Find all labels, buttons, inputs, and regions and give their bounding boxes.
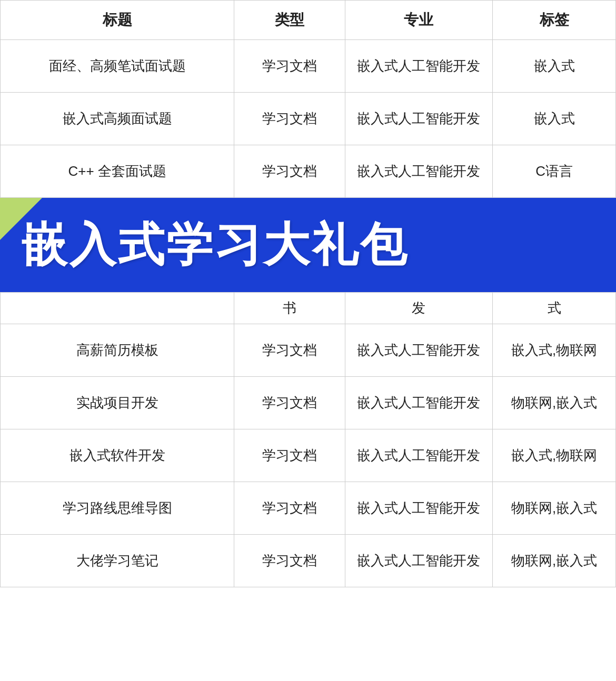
row-major: 嵌入式人工智能开发 bbox=[345, 145, 493, 198]
row-tag: 嵌入式 bbox=[493, 40, 616, 93]
row-major: 嵌入式人工智能开发 bbox=[345, 40, 493, 93]
row-major: 嵌入式人工智能开发 bbox=[345, 482, 493, 535]
row-tag: 嵌入式,物联网 bbox=[493, 429, 616, 482]
table-row: 面经、高频笔试面试题 学习文档 嵌入式人工智能开发 嵌入式 bbox=[1, 40, 616, 93]
row-major: 嵌入式人工智能开发 bbox=[345, 377, 493, 429]
partial-row: 书 发 式 bbox=[1, 293, 616, 324]
row-title: 高薪简历模板 bbox=[1, 324, 234, 377]
partial-col2: 书 bbox=[234, 293, 345, 324]
row-tag: C语言 bbox=[493, 145, 616, 198]
header-major: 专业 bbox=[345, 1, 493, 40]
table-row: 学习路线思维导图 学习文档 嵌入式人工智能开发 物联网,嵌入式 bbox=[1, 482, 616, 535]
row-type: 学习文档 bbox=[234, 535, 345, 587]
banner-text: 嵌入式学习大礼包 bbox=[21, 214, 409, 276]
row-type: 学习文档 bbox=[234, 429, 345, 482]
row-type: 学习文档 bbox=[234, 40, 345, 93]
content-table-below: 书 发 式 高薪简历模板 学习文档 嵌入式人工智能开发 嵌入式,物联网 实战项目… bbox=[0, 292, 616, 587]
row-tag: 物联网,嵌入式 bbox=[493, 482, 616, 535]
row-type: 学习文档 bbox=[234, 482, 345, 535]
header-tag: 标签 bbox=[493, 1, 616, 40]
row-major: 嵌入式人工智能开发 bbox=[345, 429, 493, 482]
row-type: 学习文档 bbox=[234, 93, 345, 145]
row-tag: 物联网,嵌入式 bbox=[493, 535, 616, 587]
row-title: 嵌入式高频面试题 bbox=[1, 93, 234, 145]
header-type: 类型 bbox=[234, 1, 345, 40]
table-row: 嵌入式高频面试题 学习文档 嵌入式人工智能开发 嵌入式 bbox=[1, 93, 616, 145]
partial-col3: 发 bbox=[345, 293, 493, 324]
header-title: 标题 bbox=[1, 1, 234, 40]
row-type: 学习文档 bbox=[234, 377, 345, 429]
row-tag: 嵌入式,物联网 bbox=[493, 324, 616, 377]
table-header-row: 标题 类型 专业 标签 bbox=[1, 1, 616, 40]
partial-col1 bbox=[1, 293, 234, 324]
row-major: 嵌入式人工智能开发 bbox=[345, 93, 493, 145]
banner: 嵌入式学习大礼包 bbox=[0, 198, 616, 292]
table-row: 高薪简历模板 学习文档 嵌入式人工智能开发 嵌入式,物联网 bbox=[1, 324, 616, 377]
row-major: 嵌入式人工智能开发 bbox=[345, 324, 493, 377]
row-title: 大佬学习笔记 bbox=[1, 535, 234, 587]
main-table-container: 标题 类型 专业 标签 面经、高频笔试面试题 学习文档 嵌入式人工智能开发 嵌入… bbox=[0, 0, 616, 587]
row-title: 学习路线思维导图 bbox=[1, 482, 234, 535]
row-tag: 嵌入式 bbox=[493, 93, 616, 145]
table-row: 实战项目开发 学习文档 嵌入式人工智能开发 物联网,嵌入式 bbox=[1, 377, 616, 429]
row-type: 学习文档 bbox=[234, 324, 345, 377]
partial-col4: 式 bbox=[493, 293, 616, 324]
row-title: C++ 全套面试题 bbox=[1, 145, 234, 198]
row-type: 学习文档 bbox=[234, 145, 345, 198]
table-row: C++ 全套面试题 学习文档 嵌入式人工智能开发 C语言 bbox=[1, 145, 616, 198]
row-title: 实战项目开发 bbox=[1, 377, 234, 429]
row-title: 嵌入式软件开发 bbox=[1, 429, 234, 482]
table-row: 大佬学习笔记 学习文档 嵌入式人工智能开发 物联网,嵌入式 bbox=[1, 535, 616, 587]
content-table: 标题 类型 专业 标签 面经、高频笔试面试题 学习文档 嵌入式人工智能开发 嵌入… bbox=[0, 0, 616, 198]
row-major: 嵌入式人工智能开发 bbox=[345, 535, 493, 587]
row-tag: 物联网,嵌入式 bbox=[493, 377, 616, 429]
row-title: 面经、高频笔试面试题 bbox=[1, 40, 234, 93]
table-row: 嵌入式软件开发 学习文档 嵌入式人工智能开发 嵌入式,物联网 bbox=[1, 429, 616, 482]
